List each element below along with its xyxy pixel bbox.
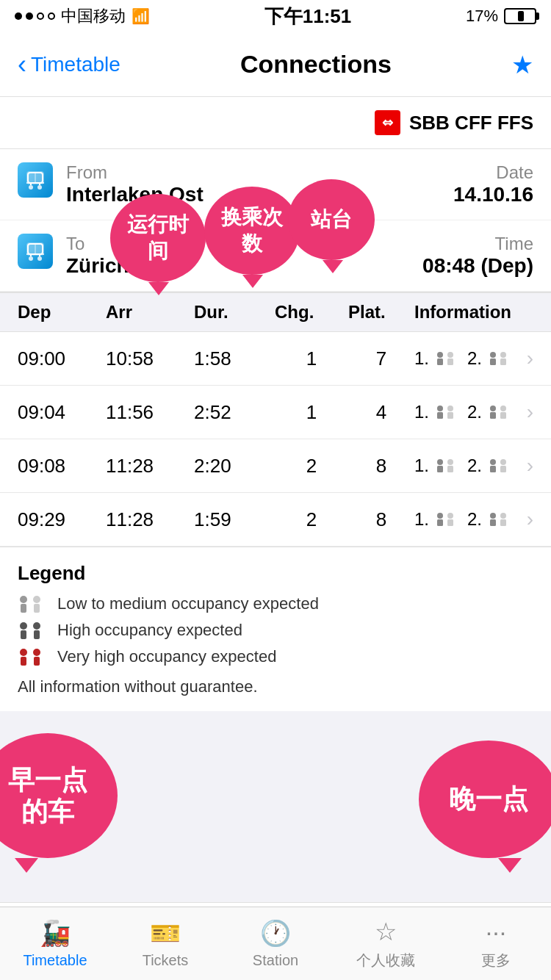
svg-rect-37 xyxy=(490,466,496,472)
header-dur: Dur. xyxy=(194,302,275,323)
platform: 4 xyxy=(348,401,414,424)
occupancy-icon-2 xyxy=(488,458,508,474)
status-right: 17% xyxy=(466,7,536,26)
class2-label: 2. xyxy=(467,455,482,476)
svg-point-11 xyxy=(37,256,42,261)
arr-time: 11:56 xyxy=(106,401,194,424)
info: 1. 2. › xyxy=(414,454,533,478)
svg-point-42 xyxy=(447,513,453,519)
tab-favorites[interactable]: ☆ 个人收藏 xyxy=(331,907,441,980)
svg-point-38 xyxy=(500,459,506,465)
class1-label: 1. xyxy=(414,455,429,476)
class1-label: 1. xyxy=(414,348,429,369)
chevron-right-icon: › xyxy=(527,400,533,424)
table-row[interactable]: 09:04 11:56 2:52 1 4 1. 2. › xyxy=(0,386,551,439)
svg-rect-55 xyxy=(34,630,40,639)
from-info: From Interlaken Ost xyxy=(66,162,453,206)
svg-point-3 xyxy=(37,185,42,190)
timetable-label: Timetable xyxy=(23,952,87,969)
occupancy-icon-2 xyxy=(488,511,508,527)
chevron-left-icon: ‹ xyxy=(18,49,26,80)
svg-rect-31 xyxy=(500,412,506,419)
occupancy-icon-2 xyxy=(488,404,508,420)
time-label: Time xyxy=(422,234,533,254)
table-row[interactable]: 09:29 11:28 1:59 2 8 1. 2. › xyxy=(0,493,551,547)
svg-rect-29 xyxy=(490,412,496,419)
legend-row-medium: High occupancy expected xyxy=(18,620,533,641)
status-left: 中国移动 📶 xyxy=(15,5,150,27)
svg-rect-43 xyxy=(447,519,453,526)
svg-point-36 xyxy=(490,459,496,465)
sbb-header: ⇔ SBB CFF FFS xyxy=(0,97,551,149)
info: 1. 2. › xyxy=(414,508,533,531)
svg-point-22 xyxy=(500,352,506,358)
svg-rect-47 xyxy=(500,519,506,526)
occupancy-icon-1 xyxy=(435,350,455,367)
more-icon: ··· xyxy=(486,918,506,946)
svg-point-54 xyxy=(33,622,40,630)
svg-point-18 xyxy=(447,352,453,358)
svg-rect-33 xyxy=(437,466,443,472)
dot-2 xyxy=(26,12,33,20)
tab-more[interactable]: ··· 更多 xyxy=(441,907,551,980)
back-button[interactable]: ‹ Timetable xyxy=(18,49,120,80)
from-icon xyxy=(18,162,53,198)
svg-point-40 xyxy=(437,513,443,519)
legend-icon-medium xyxy=(18,620,47,641)
header-info: Information xyxy=(414,302,533,323)
favorites-label: 个人收藏 xyxy=(356,951,415,970)
svg-rect-51 xyxy=(34,604,40,613)
svg-point-58 xyxy=(33,649,40,656)
legend-row-low: Low to medium occupancy expected xyxy=(18,594,533,614)
legend-text-medium: High occupancy expected xyxy=(57,621,242,640)
arr-time: 10:58 xyxy=(106,347,194,370)
star-button[interactable]: ★ xyxy=(511,50,533,79)
legend-icon-high xyxy=(18,646,47,667)
svg-point-10 xyxy=(29,256,33,261)
svg-rect-21 xyxy=(490,359,496,365)
sbb-arrows-icon: ⇔ xyxy=(382,115,393,131)
table-header: Dep Arr Dur. Chg. Plat. Information xyxy=(0,292,551,332)
date-value: 14.10.16 xyxy=(453,183,533,206)
dep-time: 09:04 xyxy=(18,401,106,424)
dot-4 xyxy=(48,12,55,20)
from-row[interactable]: From Interlaken Ost Date 14.10.16 xyxy=(0,149,551,220)
page-title: Connections xyxy=(240,50,392,79)
tab-tickets[interactable]: 🎫 Tickets xyxy=(110,907,220,980)
route-section: From Interlaken Ost Date 14.10.16 To Zür… xyxy=(0,149,551,292)
header-dep: Dep xyxy=(18,302,106,323)
nav-bar: ‹ Timetable Connections ★ xyxy=(0,32,551,97)
duration: 2:52 xyxy=(194,401,275,424)
duration: 1:58 xyxy=(194,347,275,370)
class2-label: 2. xyxy=(467,402,482,422)
timetable-icon: 🚂 xyxy=(40,918,71,948)
svg-point-50 xyxy=(33,596,40,603)
tickets-label: Tickets xyxy=(143,952,189,969)
battery-icon xyxy=(504,8,536,24)
info: 1. 2. › xyxy=(414,400,533,424)
chevron-right-icon: › xyxy=(527,347,533,370)
svg-point-30 xyxy=(500,406,506,411)
to-name: Zürich HB xyxy=(66,254,422,278)
tab-station[interactable]: 🕐 Station xyxy=(220,907,331,980)
train-icon xyxy=(24,168,47,192)
class2-label: 2. xyxy=(467,509,482,530)
duration: 1:59 xyxy=(194,508,275,531)
table-row[interactable]: 09:00 10:58 1:58 1 7 1. 2. › xyxy=(0,332,551,386)
legend-icon-low xyxy=(18,594,47,614)
to-row[interactable]: To Zürich HB Time 08:48 (Dep) xyxy=(0,220,551,292)
more-label: 更多 xyxy=(481,951,511,970)
class1-label: 1. xyxy=(414,402,429,422)
to-info: To Zürich HB xyxy=(66,234,422,278)
dep-time: 09:29 xyxy=(18,508,106,531)
changes: 1 xyxy=(275,347,348,370)
changes: 2 xyxy=(275,455,348,478)
train-icon-2 xyxy=(24,239,47,263)
svg-point-48 xyxy=(20,596,27,603)
bubble-later: 晚一点 xyxy=(419,741,551,858)
sbb-text: SBB CFF FFS xyxy=(409,112,533,134)
occupancy-icon-2 xyxy=(488,350,508,367)
dep-time: 09:00 xyxy=(18,347,106,370)
table-row[interactable]: 09:08 11:28 2:20 2 8 1. 2. › xyxy=(0,439,551,493)
tab-timetable[interactable]: 🚂 Timetable xyxy=(0,907,110,980)
